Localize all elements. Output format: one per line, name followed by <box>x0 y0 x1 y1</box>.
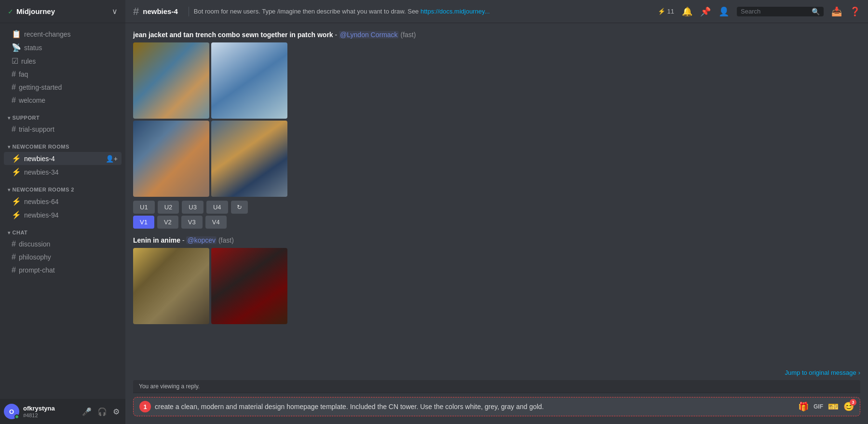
mute-button[interactable]: 🎤 <box>80 405 94 418</box>
channel-item-discussion[interactable]: # discussion <box>4 238 122 250</box>
sticker-button[interactable]: 🎫 <box>828 401 839 412</box>
channel-item-getting-started[interactable]: # getting-started <box>4 81 122 94</box>
u3-button[interactable]: U3 <box>182 201 203 214</box>
v4-button[interactable]: V4 <box>205 216 227 229</box>
collapse-icon: ▾ <box>8 187 11 192</box>
channel-item-newbies-94[interactable]: ⚡ newbies-94 <box>4 208 122 221</box>
channel-item-trial-support[interactable]: # trial-support <box>4 123 122 136</box>
channel-item-welcome[interactable]: # welcome <box>4 94 122 107</box>
docs-link[interactable]: https://docs.midjourney... <box>420 8 490 15</box>
settings-button[interactable]: ⚙ <box>111 405 122 418</box>
topbar-channel-name: newbies-4 <box>143 7 178 15</box>
server-dropdown-icon: ∨ <box>112 7 118 16</box>
section-header-support[interactable]: ▾ SUPPORT <box>0 107 125 123</box>
channel-label: recent-changes <box>24 30 118 38</box>
channel-item-prompt-chat[interactable]: # prompt-chat <box>4 264 122 276</box>
main-content: # newbies-4 Bot room for new users. Type… <box>125 0 868 424</box>
newcomer-icon: ⚡ <box>12 154 21 163</box>
inbox-button[interactable]: 📥 <box>831 6 842 17</box>
v3-button[interactable]: V3 <box>181 216 203 229</box>
section-label: NEWCOMER ROOMS <box>13 144 69 150</box>
checkbox-icon: ☑ <box>12 56 18 66</box>
collapse-icon: ▾ <box>8 115 11 121</box>
fashion-image-3 <box>133 121 209 197</box>
channel-item-status[interactable]: 📡 status <box>4 41 122 54</box>
deafen-button[interactable]: 🎧 <box>95 405 109 418</box>
server-header[interactable]: ✓ Midjourney ∨ <box>0 0 125 23</box>
channel-label: newbies-4 <box>24 155 106 163</box>
channel-hash-icon: # <box>133 5 139 18</box>
refresh-icon: ↻ <box>237 204 242 211</box>
pin-button[interactable]: 📌 <box>700 6 711 17</box>
newcomer-icon: ⚡ <box>12 210 21 219</box>
user-controls: 🎤 🎧 ⚙ <box>80 405 122 418</box>
section-header-newcomer-rooms-2[interactable]: ▾ NEWCOMER ROOMS 2 <box>0 179 125 194</box>
chat-input[interactable] <box>155 397 798 416</box>
members-count: ⚡ 11 <box>658 8 674 15</box>
section-header-chat[interactable]: ▾ CHAT <box>0 222 125 237</box>
anime-image-2 <box>211 248 287 324</box>
channel-item-newbies-34[interactable]: ⚡ newbies-34 <box>4 165 122 178</box>
message-header-2: Lenin in anime - @kopcev (fast) <box>133 236 860 244</box>
topbar-description: Bot room for new users. Type /imagine th… <box>194 8 658 15</box>
topbar-divider <box>189 7 189 16</box>
hash-icon: # <box>12 70 16 79</box>
message-jean-jacket: jean jacket and tan trench combo sewn to… <box>133 31 860 229</box>
add-member-button[interactable]: 👤 <box>719 6 729 17</box>
newcomer-icon: ⚡ <box>12 197 21 206</box>
section-label: SUPPORT <box>13 115 40 121</box>
reply-number-badge: 1 <box>139 401 151 412</box>
hash-icon: # <box>12 240 16 248</box>
topbar: # newbies-4 Bot room for new users. Type… <box>125 0 868 23</box>
fashion-image-grid <box>133 42 287 197</box>
user-avatar: O <box>4 404 19 419</box>
channel-label: newbies-94 <box>24 211 118 219</box>
v1-button[interactable]: V1 <box>133 216 154 229</box>
channel-item-faq[interactable]: # faq <box>4 68 122 81</box>
reply-notice-text: You are viewing a reply. <box>139 383 200 390</box>
message-speed-tag-2: (fast) <box>218 236 234 244</box>
chat-input-area: 1 🎁 GIF 🎫 😊 3 <box>125 393 868 424</box>
section-label: NEWCOMER ROOMS 2 <box>13 187 74 192</box>
reply-number: 1 <box>143 403 147 410</box>
search-input[interactable] <box>741 8 812 15</box>
section-header-newcomer-rooms[interactable]: ▾ NEWCOMER ROOMS <box>0 136 125 151</box>
channel-item-rules[interactable]: ☑ rules <box>4 55 122 68</box>
message-mention[interactable]: @Lyndon Cormack <box>339 31 399 39</box>
fashion-image-1 <box>133 42 209 119</box>
fashion-image-4 <box>211 121 287 197</box>
help-button[interactable]: ❓ <box>850 6 860 17</box>
message-mention-2[interactable]: @kopcev <box>186 236 217 244</box>
channel-label: getting-started <box>19 83 118 91</box>
channel-label: prompt-chat <box>19 266 118 274</box>
jump-bar: Jump to original message › <box>125 367 868 378</box>
search-icon-button[interactable]: 🔍 <box>812 8 820 15</box>
u2-button[interactable]: U2 <box>158 201 179 214</box>
message-lenin-anime: Lenin in anime - @kopcev (fast) <box>133 236 860 367</box>
gif-button[interactable]: GIF <box>814 403 823 410</box>
online-indicator <box>14 414 19 419</box>
channel-item-philosophy[interactable]: # philosophy <box>4 251 122 263</box>
u4-button[interactable]: U4 <box>206 201 228 214</box>
v2-button[interactable]: V2 <box>157 216 178 229</box>
channel-item-recent-changes[interactable]: 📋 recent-changes <box>4 27 122 41</box>
u1-button[interactable]: U1 <box>133 201 155 214</box>
emoji-button[interactable]: 😊 3 <box>843 401 854 412</box>
message-prompt: jean jacket and tan trench combo sewn to… <box>133 31 333 39</box>
gift-button[interactable]: 🎁 <box>798 401 809 412</box>
channel-label: rules <box>21 57 118 65</box>
channel-label: philosophy <box>19 253 118 261</box>
channel-item-newbies-64[interactable]: ⚡ newbies-64 <box>4 195 122 208</box>
refresh-button[interactable]: ↻ <box>231 201 248 214</box>
add-member-icon: 👤+ <box>106 155 118 163</box>
hash-icon: # <box>12 125 16 134</box>
newcomer-icon: ⚡ <box>12 167 21 177</box>
avatar-initials: O <box>9 408 14 415</box>
topbar-actions: ⚡ 11 🔔 📌 👤 🔍 📥 ❓ <box>658 6 860 17</box>
notification-bell-button[interactable]: 🔔 <box>682 6 692 17</box>
message-prompt-2: Lenin in anime <box>133 236 180 244</box>
reply-notice-bar: You are viewing a reply. <box>125 378 868 393</box>
channel-item-newbies-4[interactable]: ⚡ newbies-4 👤+ <box>4 152 122 165</box>
jump-to-original-link[interactable]: Jump to original message › <box>785 369 860 376</box>
members-icon: ⚡ <box>658 8 665 15</box>
